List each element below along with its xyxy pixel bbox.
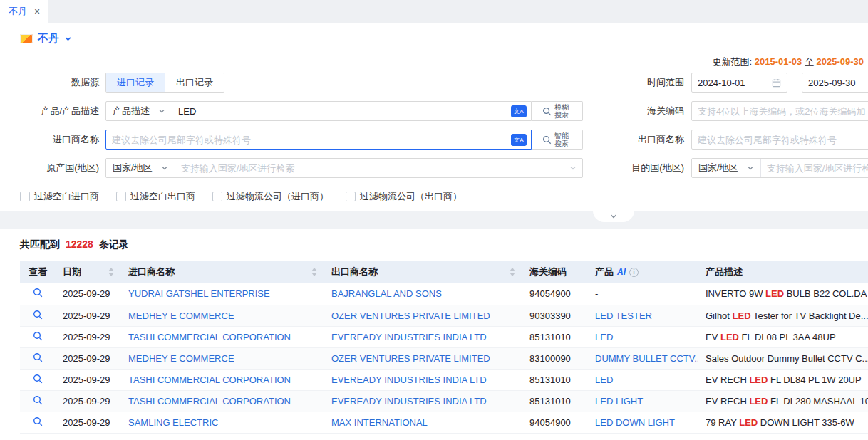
table-row: 2025-09-29 MEDHEY E COMMERCE OZER VENTUR… (20, 305, 868, 326)
product-link[interactable]: LED LIGHT (595, 396, 643, 407)
date-to-input[interactable]: 2025-09-30 (802, 73, 868, 93)
calendar-icon[interactable] (772, 78, 781, 88)
checkbox-icon[interactable] (346, 192, 356, 201)
column-header-exporter[interactable]: 出口商名称 (324, 261, 522, 283)
chevron-down-icon (609, 213, 618, 220)
checkbox-filter-logistics-importer[interactable]: 过滤物流公司（进口商） (212, 190, 329, 203)
exporter-link[interactable]: EVEREADY INDUSTRIES INDIA LTD (331, 374, 487, 385)
update-range-from: 2015-01-03 (755, 56, 802, 67)
view-record-button[interactable] (33, 374, 43, 384)
hs-code-input[interactable] (691, 101, 868, 121)
view-record-button[interactable] (33, 331, 43, 341)
table-row: 2025-09-29 SAMLING ELECTRIC MAX INTERNAT… (20, 412, 868, 433)
summary-count: 12228 (66, 239, 93, 250)
view-record-button[interactable] (33, 352, 43, 362)
origin-country-input[interactable] (175, 163, 569, 174)
smart-search-button[interactable]: 智能搜索 (532, 130, 583, 150)
cell-description: Gilhot LED Tester for TV Backlight De... (698, 305, 868, 326)
page-header[interactable]: 不丹 (0, 23, 868, 51)
importer-link[interactable]: YUDRAI GATSHEL ENTERPRISE (128, 288, 270, 299)
importer-link[interactable]: TASHI COMMERCIAL CORPORATION (128, 374, 291, 385)
filter-checkbox-row: 过滤空白进口商 过滤空白出口商 过滤物流公司（进口商） 过滤物流公司（出口商） (0, 189, 868, 204)
chevron-down-icon (569, 164, 577, 172)
product-link[interactable]: LED (595, 332, 613, 342)
checkbox-filter-blank-importer[interactable]: 过滤空白进口商 (20, 190, 99, 203)
product-link[interactable]: DUMMY BULLET CCTV... (595, 353, 698, 364)
segment-import-records[interactable]: 进口记录 (106, 73, 165, 92)
cell-description: 79 RAY LED DOWN LIGHT 335-6W (698, 412, 868, 433)
results-table-body: 2025-09-29 YUDRAI GATSHEL ENTERPRISE BAJ… (20, 283, 868, 433)
exporter-link[interactable]: EVEREADY INDUSTRIES INDIA LTD (331, 396, 487, 407)
destination-type-select[interactable]: 国家/地区 (692, 159, 761, 177)
tab-bar: 不丹 (0, 0, 868, 23)
ai-badge: AI (617, 267, 626, 277)
segment-export-records[interactable]: 出口记录 (165, 73, 224, 92)
hs-code-label: 海关编码 (583, 105, 691, 117)
view-record-button[interactable] (33, 395, 43, 405)
fuzzy-search-button[interactable]: 模糊搜索 (532, 101, 583, 121)
cell-date: 2025-09-29 (56, 369, 121, 390)
translate-icon[interactable] (511, 134, 527, 146)
destination-label: 目的国(地区) (583, 162, 691, 174)
data-source-label: 数据源 (0, 76, 105, 89)
destination-country-input[interactable] (761, 163, 868, 174)
tab-bhutan[interactable]: 不丹 (0, 0, 48, 23)
checkbox-icon[interactable] (212, 192, 222, 201)
product-link[interactable]: LED (595, 374, 613, 385)
exporter-link[interactable]: BAJRANGLAL AND SONS (331, 288, 442, 299)
importer-link[interactable]: TASHI COMMERCIAL CORPORATION (128, 332, 291, 342)
table-row: 2025-09-29 MEDHEY E COMMERCE OZER VENTUR… (20, 347, 868, 369)
importer-name-input[interactable] (106, 131, 511, 148)
column-header-importer[interactable]: 进口商名称 (121, 261, 324, 283)
product-search-input[interactable] (172, 103, 511, 120)
importer-label: 进口商名称 (0, 133, 105, 146)
exporter-link[interactable]: EVEREADY INDUSTRIES INDIA LTD (331, 332, 487, 342)
exporter-label: 出口商名称 (583, 133, 691, 146)
summary-prefix: 共匹配到 (20, 239, 60, 250)
column-header-view: 查看 (20, 261, 56, 283)
sort-icon[interactable] (311, 268, 317, 276)
info-icon[interactable] (629, 268, 639, 277)
results-summary: 共匹配到 12228 条记录 (20, 239, 868, 251)
magnifier-icon (33, 331, 43, 341)
country-flag-icon (20, 34, 33, 43)
exporter-name-input[interactable] (691, 130, 868, 150)
origin-type-select[interactable]: 国家/地区 (106, 159, 175, 177)
view-record-button[interactable] (33, 417, 43, 426)
origin-type-select-value: 国家/地区 (113, 162, 153, 174)
close-icon[interactable] (34, 6, 40, 16)
product-link[interactable]: LED DOWN LIGHT (595, 417, 675, 428)
view-record-button[interactable] (33, 310, 43, 320)
view-record-button[interactable] (33, 288, 43, 298)
date-from-input[interactable]: 2024-10-01 (691, 73, 787, 93)
cell-description: EV LED FL DL08 PL 3AA 48UP (698, 326, 868, 347)
product-type-select[interactable]: 产品描述 (106, 102, 172, 120)
importer-link[interactable]: MEDHEY E COMMERCE (128, 310, 234, 321)
column-header-date[interactable]: 日期 (56, 261, 121, 283)
date-from-value: 2024-10-01 (698, 78, 768, 88)
exporter-link[interactable]: OZER VENTURES PRIVATE LIMITED (331, 310, 490, 321)
cell-hs-code: 83100090 (522, 347, 588, 369)
destination-type-select-value: 国家/地区 (698, 162, 738, 174)
exporter-link[interactable]: MAX INTERNATIONAL (331, 417, 428, 428)
translate-icon[interactable] (511, 105, 527, 117)
importer-link[interactable]: TASHI COMMERCIAL CORPORATION (128, 396, 291, 407)
cell-description: EV RECH LED FL DL280 MASHAAL 10... (698, 390, 868, 412)
chevron-down-icon (158, 108, 165, 115)
data-source-segmented: 进口记录 出口记录 (105, 73, 224, 93)
exporter-link[interactable]: OZER VENTURES PRIVATE LIMITED (331, 353, 490, 364)
checkbox-icon[interactable] (20, 192, 30, 201)
product-link[interactable]: LED TESTER (595, 310, 652, 321)
origin-label: 原产国(地区) (0, 162, 105, 174)
update-range-to: 2025-09-30 (817, 56, 864, 67)
collapse-filters-button[interactable] (593, 211, 634, 222)
checkbox-filter-blank-exporter[interactable]: 过滤空白出口商 (116, 190, 195, 203)
table-row: 2025-09-29 TASHI COMMERCIAL CORPORATION … (20, 326, 868, 347)
sort-icon[interactable] (510, 268, 515, 276)
checkbox-filter-logistics-exporter[interactable]: 过滤物流公司（出口商） (346, 190, 462, 203)
checkbox-icon[interactable] (116, 192, 126, 201)
importer-link[interactable]: SAMLING ELECTRIC (128, 417, 218, 428)
sort-icon[interactable] (108, 268, 114, 276)
magnifier-icon (33, 395, 43, 405)
importer-link[interactable]: MEDHEY E COMMERCE (128, 353, 234, 364)
